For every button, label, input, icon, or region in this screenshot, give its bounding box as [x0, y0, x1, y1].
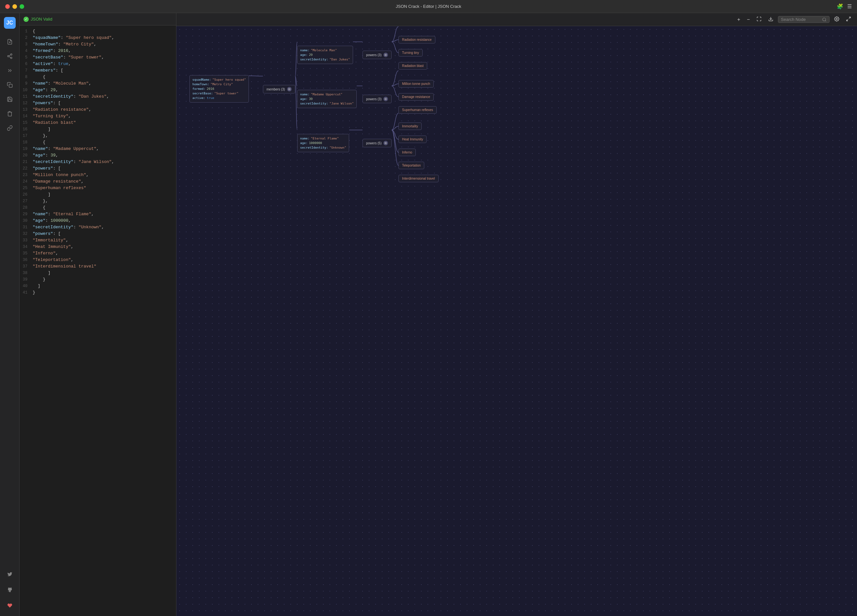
heart-button[interactable]	[4, 600, 15, 611]
code-line: 32"powers": [	[20, 231, 176, 237]
svg-line-12	[846, 19, 848, 21]
save-button[interactable]	[4, 93, 15, 105]
code-line: 6"active": true,	[20, 61, 176, 67]
code-line: 8 {	[20, 74, 176, 80]
power-million-tonne-punch: Million tonne punch	[398, 80, 434, 88]
twitter-button[interactable]	[4, 568, 15, 580]
zoom-out-button[interactable]: −	[745, 15, 752, 24]
line-number: 41	[20, 289, 32, 296]
power-inferno: Inferno	[398, 149, 416, 156]
fullscreen-button[interactable]	[844, 15, 853, 24]
members-expand-btn[interactable]: ⊞	[287, 87, 292, 91]
maximize-button[interactable]	[20, 4, 24, 9]
line-content: "Damage resistance",	[32, 178, 175, 185]
svg-point-3	[8, 56, 9, 57]
fit-view-button[interactable]	[755, 15, 764, 24]
code-line: 26 ]	[20, 191, 176, 198]
app-logo[interactable]: JC	[4, 17, 15, 29]
titlebar: JSON Crack - Editor | JSON Crack 🧩 ☰	[0, 0, 857, 13]
code-line: 29"name": "Eternal Flame",	[20, 211, 176, 218]
json-valid-label: JSON Valid	[31, 17, 52, 22]
power-radiation-blast: Radiation blast	[398, 62, 427, 70]
github-button[interactable]	[4, 584, 15, 596]
line-number: 23	[20, 172, 32, 178]
code-line: 17 },	[20, 133, 176, 139]
line-content: "Radiation blast"	[32, 119, 175, 126]
share-button[interactable]	[4, 50, 15, 62]
code-line: 24"Damage resistance",	[20, 178, 176, 185]
graph-toolbar: + −	[176, 13, 857, 26]
puzzle-icon[interactable]: 🧩	[837, 3, 843, 9]
line-content: "secretIdentity": "Unknown",	[32, 224, 175, 231]
close-button[interactable]	[5, 4, 10, 9]
line-number: 7	[20, 67, 32, 74]
line-content: {	[32, 74, 175, 80]
line-content: },	[32, 198, 175, 204]
member3-expand-btn[interactable]: ⊞	[384, 141, 388, 145]
line-content: {	[32, 28, 175, 35]
code-line: 34"Heat Immunity",	[20, 244, 176, 250]
code-line: 27 },	[20, 198, 176, 204]
editor-panel: ✓ JSON Valid 1{2"squadName": "Super hero…	[20, 13, 176, 616]
line-content: "formed": 2016,	[32, 48, 175, 54]
svg-line-5	[9, 57, 11, 57]
member1-expand-btn[interactable]: ⊞	[384, 53, 388, 57]
line-number: 29	[20, 211, 32, 218]
power-superhuman-reflexes: Superhuman reflexes	[398, 106, 437, 114]
member3-powers-node: powers (5) ⊞	[362, 139, 391, 147]
line-content: "Heat Immunity",	[32, 244, 175, 250]
expand-button[interactable]	[4, 65, 15, 76]
svg-point-4	[11, 57, 12, 59]
new-file-button[interactable]	[4, 36, 15, 48]
line-content: "secretIdentity": "Dan Jukes",	[32, 93, 175, 100]
code-line: 21"secretIdentity": "Jane Wilson",	[20, 159, 176, 165]
code-line: 23"Million tonne punch",	[20, 172, 176, 178]
line-number: 13	[20, 107, 32, 113]
svg-rect-7	[9, 84, 12, 88]
line-number: 26	[20, 191, 32, 198]
line-content: ]	[32, 283, 175, 289]
svg-point-2	[11, 54, 12, 56]
line-number: 24	[20, 178, 32, 185]
download-button[interactable]	[766, 15, 775, 24]
menu-icon[interactable]: ☰	[847, 3, 852, 9]
valid-check-icon: ✓	[23, 17, 29, 22]
app-title: JSON Crack - Editor | JSON Crack	[396, 4, 461, 9]
search-box[interactable]	[778, 16, 829, 23]
settings-button[interactable]	[832, 15, 842, 24]
line-number: 19	[20, 145, 32, 152]
line-number: 25	[20, 185, 32, 191]
line-number: 36	[20, 257, 32, 263]
code-line: 38 ]	[20, 270, 176, 276]
line-number: 18	[20, 139, 32, 145]
line-number: 15	[20, 119, 32, 126]
member2-expand-btn[interactable]: ⊞	[384, 97, 388, 101]
member2-powers-label: powers (3)	[366, 98, 382, 101]
line-content: "powers": [	[32, 100, 175, 107]
line-content: },	[32, 133, 175, 139]
line-number: 21	[20, 159, 32, 165]
sidebar: JC	[0, 13, 20, 616]
power-interdimensional-travel: Interdimensional travel	[398, 175, 439, 182]
line-content: "members": [	[32, 67, 175, 74]
delete-button[interactable]	[4, 108, 15, 119]
power-radiation-resistance: Radiation resistance	[398, 36, 435, 43]
code-line: 16 ]	[20, 126, 176, 133]
line-content: "age": 29,	[32, 87, 175, 93]
line-number: 11	[20, 93, 32, 100]
line-content: "Inferno",	[32, 250, 175, 257]
code-line: 9"name": "Molecule Man",	[20, 80, 176, 87]
line-number: 14	[20, 113, 32, 119]
link-button[interactable]	[4, 122, 15, 134]
code-line: 22"powers": [	[20, 165, 176, 172]
line-content: }	[32, 276, 175, 283]
zoom-in-button[interactable]: +	[735, 15, 742, 24]
search-input[interactable]	[781, 17, 820, 22]
line-number: 27	[20, 198, 32, 204]
copy-button[interactable]	[4, 79, 15, 91]
code-line: 41}	[20, 289, 176, 296]
line-number: 31	[20, 224, 32, 231]
line-content: "powers": [	[32, 231, 175, 237]
minimize-button[interactable]	[12, 4, 17, 9]
editor-content[interactable]: 1{2"squadName": "Super hero squad",3"hom…	[20, 25, 176, 616]
